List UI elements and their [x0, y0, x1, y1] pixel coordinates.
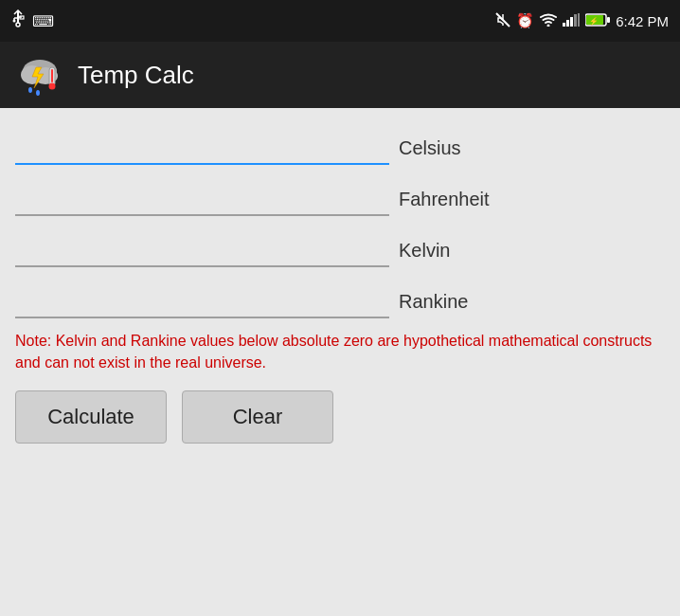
svg-point-24	[49, 83, 56, 90]
kelvin-label: Kelvin	[399, 240, 665, 267]
status-time: 6:42 PM	[616, 13, 669, 29]
app-title: Temp Calc	[78, 61, 194, 90]
app-icon	[15, 50, 64, 100]
note-text: Note: Kelvin and Rankine values below ab…	[15, 330, 665, 373]
clear-button[interactable]: Clear	[182, 390, 333, 444]
celsius-row: Celsius	[15, 125, 665, 165]
svg-rect-9	[563, 23, 565, 27]
svg-text:⚡: ⚡	[589, 16, 599, 26]
calculate-button[interactable]: Calculate	[15, 390, 167, 444]
svg-rect-16	[607, 17, 610, 23]
svg-rect-10	[566, 20, 569, 27]
mute-icon	[495, 12, 510, 30]
fahrenheit-input[interactable]	[15, 176, 389, 216]
signal-icon	[563, 13, 580, 29]
svg-rect-11	[570, 17, 573, 27]
svg-point-8	[547, 24, 550, 27]
fahrenheit-row: Fahrenheit	[15, 176, 665, 216]
alarm-icon: ⏰	[516, 12, 534, 29]
celsius-label: Celsius	[399, 137, 665, 165]
svg-point-25	[28, 87, 32, 93]
title-bar: Temp Calc	[0, 42, 680, 108]
wifi-icon	[540, 13, 557, 29]
celsius-input[interactable]	[15, 125, 389, 165]
fahrenheit-label: Fahrenheit	[399, 189, 665, 216]
rankine-input[interactable]	[15, 279, 389, 318]
svg-point-6	[16, 23, 20, 27]
kelvin-row: Kelvin	[15, 227, 665, 267]
svg-rect-12	[574, 14, 577, 27]
status-bar: ⌨ ⏰	[0, 0, 680, 42]
svg-rect-13	[578, 13, 580, 27]
status-bar-right: ⏰ ⚡	[495, 12, 669, 30]
keyboard-icon: ⌨	[32, 12, 54, 30]
button-row: Calculate Clear	[15, 390, 665, 444]
battery-icon: ⚡	[585, 13, 610, 29]
kelvin-input[interactable]	[15, 227, 389, 267]
rankine-row: Rankine	[15, 279, 665, 318]
svg-point-26	[36, 90, 40, 96]
rankine-label: Rankine	[399, 291, 665, 318]
svg-rect-23	[51, 69, 53, 82]
main-content: Celsius Fahrenheit Kelvin Rankine Note: …	[0, 108, 680, 459]
usb-icon	[11, 9, 25, 32]
status-bar-left: ⌨	[11, 9, 54, 32]
svg-point-3	[13, 20, 16, 23]
